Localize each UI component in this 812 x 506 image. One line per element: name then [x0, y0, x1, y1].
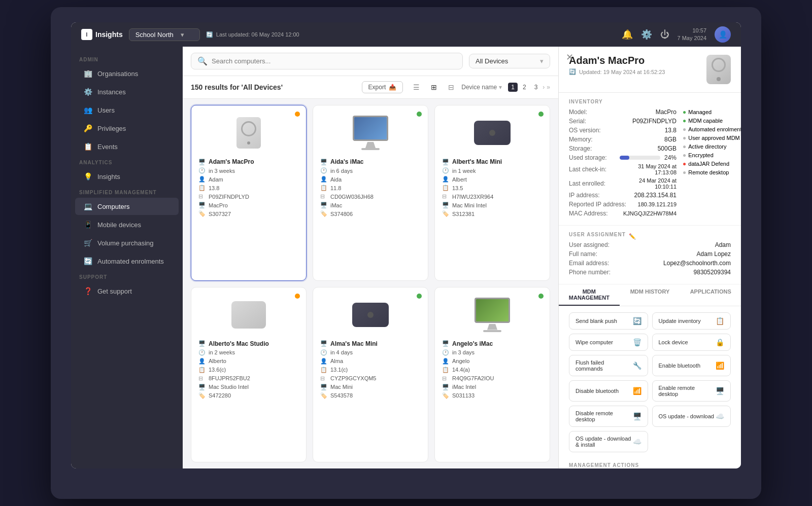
- status-datajar-defend: ● dataJAR Defend: [683, 160, 741, 167]
- filter-select[interactable]: All Devices ▾: [469, 54, 550, 68]
- user-icon: 👤: [320, 176, 327, 183]
- time-display: 10:57 7 May 2024: [678, 27, 706, 43]
- inventory-mac: MAC Address: KJNGQJIZ2HW78M4: [569, 210, 676, 217]
- tab-applications[interactable]: APPLICATIONS: [680, 284, 741, 306]
- inventory-model: Model: MacPro: [569, 109, 676, 116]
- sidebar-item-instances[interactable]: ⚙️ Instances: [75, 83, 179, 100]
- device-info-adam: 🖥️ Adam's MacPro 🕐 in 3 weeks 👤 Adam: [198, 158, 299, 217]
- device-icon: [706, 55, 731, 84]
- power-icon[interactable]: ⏻: [660, 29, 669, 40]
- device-card-alberto[interactable]: 🖥️ Alberto's Mac Studio 🕐 in 2 weeks 👤: [191, 287, 307, 463]
- device-card-aida[interactable]: 🖥️ Aida's iMac 🕐 in 6 days 👤 Aida: [313, 105, 428, 281]
- org-name: School North: [136, 31, 174, 39]
- settings-icon[interactable]: ⚙️: [641, 29, 652, 40]
- action-enable-bluetooth[interactable]: Enable bluetooth 📶: [652, 355, 731, 376]
- insights-icon: 💡: [83, 172, 92, 181]
- sidebar-section-support: SUPPORT: [71, 270, 183, 282]
- results-bar: 150 results for 'All Devices' Export 📤 ☰…: [183, 76, 558, 99]
- device-image-alma: [320, 295, 421, 335]
- sidebar-item-mobile-devices[interactable]: 📱 Mobile devices: [75, 216, 179, 233]
- enable-bluetooth-icon: 📶: [716, 362, 724, 370]
- status-mdm-capable: ● MDM capable: [683, 117, 741, 124]
- page-2[interactable]: 2: [520, 83, 529, 92]
- sidebar-item-events[interactable]: 📋 Events: [75, 138, 179, 155]
- device-card-alma[interactable]: 🖥️ Alma's Mac Mini 🕐 in 4 days 👤 Alma: [313, 287, 428, 463]
- action-enable-remote-desktop[interactable]: Enable remote desktop 🖥️: [652, 380, 731, 402]
- edit-icon[interactable]: ✏️: [629, 233, 636, 240]
- action-wipe-computer[interactable]: Wipe computer 🗑️: [569, 334, 648, 351]
- os-icon: 📋: [320, 185, 327, 191]
- clock-icon: 🕐: [320, 349, 327, 356]
- sidebar-item-automated-enrolments[interactable]: 🔄 Automated enrolments: [75, 252, 179, 270]
- inventory-memory: Memory: 8GB: [569, 136, 676, 143]
- grid-view-button[interactable]: ⊞: [427, 81, 441, 93]
- serial-icon: ⊟: [198, 375, 206, 382]
- action-os-update-download[interactable]: OS update - download ☁️: [652, 406, 731, 427]
- sidebar-item-organisations[interactable]: 🏢 Organisations: [75, 65, 179, 82]
- close-button[interactable]: ✕: [563, 51, 577, 64]
- sort-select[interactable]: Device name ▾: [461, 84, 502, 91]
- inventory-os: OS version: 13.8: [569, 127, 676, 134]
- automated-enrolments-icon: 🔄: [83, 257, 92, 266]
- sidebar-item-users[interactable]: 👥 Users: [75, 101, 179, 119]
- action-disable-bluetooth[interactable]: Disable bluetooth 📶: [569, 380, 648, 402]
- device-card-angelo[interactable]: 🖥️ Angelo's iMac 🕐 in 3 days 👤 Angelo: [434, 287, 550, 463]
- sidebar-item-privileges[interactable]: 🔑 Privileges: [75, 120, 179, 137]
- action-lock-device[interactable]: Lock device 🔒: [652, 334, 731, 351]
- email-row: Email address: Lopez@schoolnorth.com: [569, 260, 731, 267]
- search-input[interactable]: [212, 57, 456, 65]
- filter-view-button[interactable]: ⊟: [444, 81, 458, 93]
- status-dot-angelo: [538, 294, 544, 299]
- sidebar: ADMIN 🏢 Organisations ⚙️ Instances 👥 Use…: [71, 47, 183, 468]
- next-page-icon[interactable]: ›: [543, 84, 545, 91]
- notifications-icon[interactable]: 🔔: [622, 29, 633, 40]
- detail-title: Adam's MacPro: [569, 55, 665, 66]
- volume-purchasing-icon: 🛒: [83, 238, 92, 247]
- device-card-albert[interactable]: 🖥️ Albert's Mac Mini 🕐 in 1 week 👤 Albe: [434, 105, 550, 281]
- sidebar-section-admin: ADMIN: [71, 53, 183, 64]
- sidebar-item-volume-purchasing[interactable]: 🛒 Volume purchasing: [75, 234, 179, 251]
- sort-chevron-icon: ▾: [499, 84, 502, 91]
- device-image-aida: [320, 113, 421, 153]
- privileges-icon: 🔑: [83, 124, 92, 133]
- device-card-adam[interactable]: 🖥️ Adam's MacPro 🕐 in 3 weeks 👤 Adam: [191, 105, 307, 281]
- os-icon: 📋: [442, 185, 449, 191]
- export-button[interactable]: Export 📤: [362, 81, 403, 93]
- logo: I Insights: [81, 29, 123, 40]
- list-view-button[interactable]: ☰: [409, 81, 424, 93]
- sidebar-section-analytics: ANALYTICS: [71, 156, 183, 167]
- organisations-icon: 🏢: [83, 69, 92, 78]
- org-selector[interactable]: School North ▾: [129, 28, 200, 41]
- sidebar-item-get-support[interactable]: ❓ Get support: [75, 282, 179, 300]
- disable-remote-desktop-icon: 🖥️: [633, 412, 641, 420]
- action-send-blank-push[interactable]: Send blank push 🔄: [569, 312, 648, 330]
- mdm-tabs: MDM MANAGEMENT MDM HISTORY APPLICATIONS: [559, 284, 741, 306]
- serial-icon: ⊟: [320, 375, 327, 382]
- serial-icon: ⊟: [442, 193, 449, 200]
- device-type-icon: 🖥️: [320, 159, 327, 165]
- device-grid: 🖥️ Adam's MacPro 🕐 in 3 weeks 👤 Adam: [183, 99, 558, 468]
- os-icon: 📋: [442, 367, 449, 373]
- user-icon: 👤: [198, 358, 206, 365]
- avatar[interactable]: 👤: [715, 26, 731, 43]
- action-update-inventory[interactable]: Update inventory 📋: [652, 312, 731, 330]
- inventory-last-enrolled: Last enrolled: 24 Mar 2024 at 10:10:11: [569, 177, 676, 190]
- action-flush-failed-commands[interactable]: Flush failed commands 🔧: [569, 355, 648, 376]
- sidebar-item-computers[interactable]: 💻 Computers: [75, 198, 179, 215]
- tab-mdm-history[interactable]: MDM HISTORY: [620, 284, 681, 306]
- action-os-update-download-install[interactable]: OS update - download & install ☁️: [569, 431, 648, 452]
- page-1[interactable]: 1: [508, 83, 518, 92]
- tab-mdm-management[interactable]: MDM MANAGEMENT: [559, 284, 620, 306]
- device-type-icon: 🖥️: [442, 340, 449, 347]
- sidebar-item-insights[interactable]: 💡 Insights: [75, 168, 179, 185]
- os-icon: 📋: [320, 367, 327, 373]
- device-type-icon: 🖥️: [442, 159, 449, 165]
- page-3[interactable]: 3: [531, 83, 541, 92]
- instances-icon: ⚙️: [83, 87, 92, 96]
- mobile-devices-icon: 📱: [83, 220, 92, 229]
- action-disable-remote-desktop[interactable]: Disable remote desktop 🖥️: [569, 406, 648, 427]
- last-page-icon[interactable]: »: [547, 84, 550, 91]
- device-list-panel: 🔍 All Devices ▾ 150 results for 'All Dev…: [183, 47, 558, 468]
- model-icon: 🖥️: [320, 384, 327, 390]
- asset-icon: 🏷️: [442, 392, 449, 399]
